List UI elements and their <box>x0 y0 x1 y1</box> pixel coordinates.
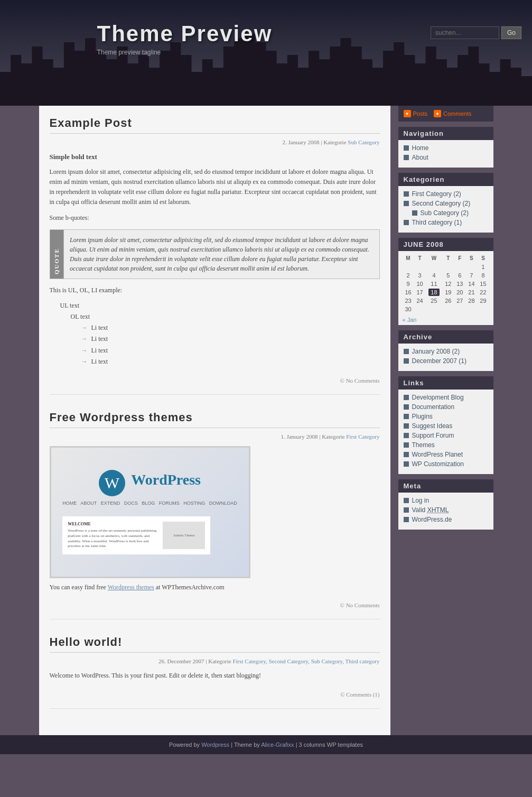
posts-feed-label: Posts <box>413 110 428 117</box>
link-suggest-link[interactable]: Suggest Ideas <box>412 422 453 430</box>
bullet-sub <box>412 210 417 216</box>
search-button[interactable]: Go <box>501 26 521 39</box>
nav-link-about[interactable]: About <box>412 154 428 161</box>
post-title-hello[interactable]: Hello world! <box>50 635 380 653</box>
bullet-login <box>404 498 409 503</box>
cal-row-6: 30 <box>403 305 489 313</box>
kat-third-link[interactable]: Third category (1) <box>412 219 462 226</box>
comments-feed-link[interactable]: ● Comments <box>434 110 471 117</box>
hello-body: Welcome to WordPress. This is your first… <box>50 671 380 681</box>
ul-label: This is UL, OL, LI example: <box>50 285 380 295</box>
link-wp-planet-link[interactable]: WordPress Planet <box>412 451 463 458</box>
calendar-nav: « Jan <box>398 314 493 325</box>
sidebar-links: Links Development Blog Documentation Plu… <box>398 376 493 474</box>
post-title-themes[interactable]: Free Wordpress themes <box>50 411 380 428</box>
bullet-suggest <box>404 423 409 429</box>
post-bold-text: Simple bold text <box>50 152 380 163</box>
kat-second: Second Category (2) <box>404 200 488 207</box>
footer-wordpress-link[interactable]: Wordpress <box>201 742 229 748</box>
sidebar-meta: Meta Log in Valid XHTML WordPress.de <box>398 479 493 530</box>
cal-day-m: M <box>403 254 414 263</box>
meta-wp-de: WordPress.de <box>404 516 488 523</box>
comments-feed-label: Comments <box>443 110 471 117</box>
post-content-hello: Welcome to WordPress. This is your first… <box>50 671 380 681</box>
li-item-1: → Li text <box>60 323 380 333</box>
wp-screenshot: W WordPress HOME ABOUT EXTEND DOCS BLOG … <box>51 448 249 577</box>
sidebar: ● Posts ● Comments Navigation Home About <box>390 106 493 735</box>
link-docs: Documentation <box>404 403 488 411</box>
kat-sub-link[interactable]: Sub Category (2) <box>421 209 469 217</box>
archive-jan-link[interactable]: January 2008 (2) <box>412 348 460 355</box>
link-plugins-link[interactable]: Plugins <box>412 413 433 420</box>
cal-row-3: 9101112131415 <box>403 280 489 288</box>
meta-title: Meta <box>398 479 493 493</box>
calendar-wrap: M T W T F S S 1 <box>398 251 493 314</box>
footer-theme-link[interactable]: Alice-Grafixx <box>261 742 294 748</box>
ol-item: OL text <box>60 312 380 322</box>
bullet-themes <box>404 442 409 448</box>
link-support-link[interactable]: Support Forum <box>412 432 454 439</box>
link-plugins: Plugins <box>404 413 488 420</box>
post-title-example[interactable]: Example Post <box>50 116 380 134</box>
link-support: Support Forum <box>404 432 488 439</box>
nav-list: Home About <box>398 140 493 168</box>
bullet-wp-custom <box>404 461 409 467</box>
bullet-jan <box>404 349 409 354</box>
bullet-about <box>404 155 409 160</box>
site-header: Theme Preview Theme preview tagline Go <box>0 0 532 106</box>
kat-sub: Sub Category (2) <box>404 209 488 217</box>
li-item-3: → Li text <box>60 346 380 356</box>
kat-first-link[interactable]: First Category (2) <box>412 190 461 198</box>
meta-xhtml-link[interactable]: Valid XHTML <box>412 506 449 514</box>
bullet-first <box>404 191 409 197</box>
cal-row-5: 23242526272829 <box>403 296 489 305</box>
footer-powered-by: Powered by <box>169 742 200 748</box>
cal-row-4: 16171819202122 <box>403 288 489 296</box>
calendar-prev-link[interactable]: « Jan <box>403 317 417 323</box>
ul-section: UL text OL text → Li text → Li text → Li… <box>60 301 380 367</box>
link-suggest: Suggest Ideas <box>404 422 488 430</box>
calendar-table: M T W T F S S 1 <box>403 254 489 313</box>
nav-link-home[interactable]: Home <box>412 144 429 152</box>
archive-dec-link[interactable]: December 2007 (1) <box>412 357 466 365</box>
wordpress-themes-link[interactable]: Wordpress themes <box>108 583 154 591</box>
calendar-title: JUNE 2008 <box>398 238 493 251</box>
site-footer: Powered by Wordpress | Theme by Alice-Gr… <box>0 735 532 754</box>
blockquote-wrap: Quote Lorem ipsum dolor sit amet, consec… <box>50 229 380 279</box>
blockquote-content: Lorem ipsum dolor sit amet, consectetur … <box>63 230 379 279</box>
wp-nav: HOME ABOUT EXTEND DOCS BLOG FORUMS HOSTI… <box>62 501 237 506</box>
link-wp-custom-link[interactable]: WP Customization <box>412 460 464 468</box>
link-documentation[interactable]: Documentation <box>412 403 455 411</box>
bullet-docs <box>404 404 409 410</box>
link-dev-blog[interactable]: Development Blog <box>412 394 464 401</box>
quote-label: Quote <box>50 230 64 279</box>
meta-login-link[interactable]: Log in <box>412 497 430 504</box>
post-text-content-themes: You can easy find free Wordpress themes … <box>50 583 380 591</box>
posts-feed-link[interactable]: ● Posts <box>404 110 428 117</box>
archive-list: January 2008 (2) December 2007 (1) <box>398 344 493 371</box>
footer-theme-by: | Theme by <box>231 742 260 748</box>
cal-row-2: 2345678 <box>403 271 489 280</box>
site-tagline: Theme preview tagline <box>97 49 493 56</box>
meta-wp-de-link[interactable]: WordPress.de <box>412 516 452 523</box>
link-themes-link[interactable]: Themes <box>412 441 435 449</box>
bquotes-label: Some b-quotes: <box>50 213 380 223</box>
cal-day-t2: T <box>442 254 454 263</box>
post-category-link[interactable]: Sub Category <box>348 139 379 145</box>
nav-item-about: About <box>404 154 488 161</box>
bullet-dec <box>404 358 409 364</box>
bullet-second <box>404 201 409 206</box>
footer-columns: | 3 columns WP templates <box>296 742 363 748</box>
post-image-wordpress: W WordPress HOME ABOUT EXTEND DOCS BLOG … <box>50 446 250 578</box>
kat-second-link[interactable]: Second Category (2) <box>412 200 471 207</box>
post-category-link-2[interactable]: First Category <box>346 433 379 440</box>
ul-item: UL text <box>60 301 380 311</box>
kat-third: Third category (1) <box>404 219 488 226</box>
post-category-link-3[interactable]: First Category, Second Category, Sub Cat… <box>232 658 379 664</box>
cal-day-s: S <box>465 254 477 263</box>
bullet-dev <box>404 395 409 400</box>
link-dev: Development Blog <box>404 394 488 401</box>
sidebar-archive: Archive January 2008 (2) December 2007 (… <box>398 330 493 371</box>
bullet-xhtml <box>404 507 409 513</box>
cal-day-t: T <box>414 254 426 263</box>
